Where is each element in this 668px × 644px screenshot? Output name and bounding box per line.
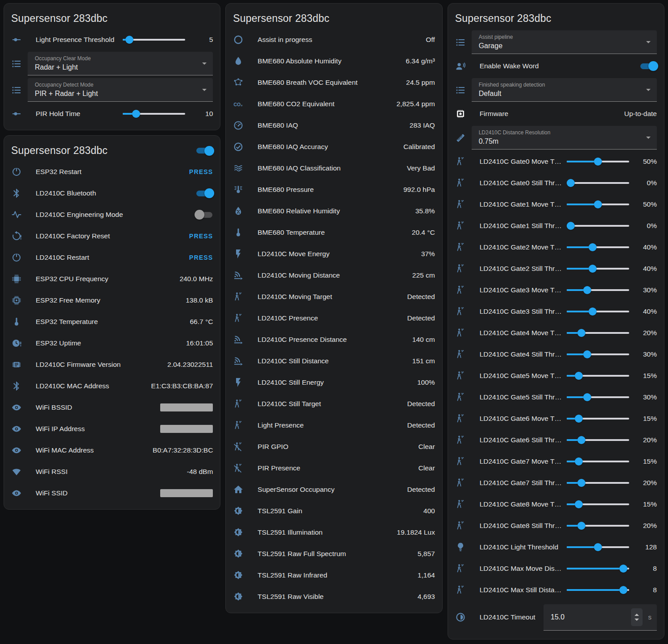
- chevron-down-icon[interactable]: [635, 619, 639, 621]
- device-card: Supersensor 283dbcAssist in progressOffB…: [225, 3, 442, 613]
- slider-thumb[interactable]: [594, 158, 602, 166]
- entity-row-select: Finished speaking detectionDefault: [448, 77, 664, 103]
- slider-thumb[interactable]: [132, 110, 140, 118]
- motion-sensor-icon: [233, 420, 244, 431]
- slider[interactable]: [567, 350, 629, 358]
- entity-value: 35.8%: [415, 207, 435, 215]
- slider-thumb[interactable]: [619, 565, 627, 573]
- device-card: Supersensor 283dbcAssist pipelineGarageE…: [448, 3, 664, 640]
- slider-value: 15%: [635, 457, 657, 465]
- slider-thumb[interactable]: [567, 179, 575, 187]
- slider-thumb[interactable]: [577, 522, 585, 530]
- entity-value: 992.0 hPa: [403, 186, 435, 194]
- entity-value: 138.0 kB: [186, 296, 213, 304]
- press-button[interactable]: PRESS: [189, 233, 213, 240]
- entity-row-sensor: TSL2591 Illumination19.1824 Lux: [226, 522, 442, 543]
- toggle-switch[interactable]: [640, 62, 657, 71]
- slider-thumb[interactable]: [575, 500, 583, 508]
- select-field[interactable]: Finished speaking detectionDefault: [472, 78, 657, 102]
- slider[interactable]: [567, 586, 629, 594]
- entity-label: ESP32 Temperature: [36, 318, 184, 326]
- brightness-icon: [233, 506, 244, 516]
- slider-thumb[interactable]: [619, 586, 627, 594]
- entity-row-slider: Light Presence Threshold5: [4, 29, 220, 50]
- slider-thumb[interactable]: [589, 265, 597, 273]
- slider[interactable]: [567, 200, 629, 208]
- slider[interactable]: [567, 286, 629, 294]
- slider-value: 50%: [635, 158, 657, 166]
- entity-row-sensor: LD2410C Moving TargetDetected: [226, 286, 442, 307]
- entity-row-slider: LD2410C Light Threshold128: [448, 536, 664, 558]
- slider-thumb[interactable]: [575, 415, 583, 423]
- slider-thumb[interactable]: [594, 543, 602, 551]
- entity-label: LD2410C Still Target: [257, 400, 402, 408]
- slider-thumb[interactable]: [577, 479, 585, 487]
- slider[interactable]: [123, 110, 185, 118]
- slider[interactable]: [567, 522, 629, 530]
- select-field[interactable]: Occupancy Detect ModePIR + Radar + Light: [28, 78, 213, 102]
- chevron-up-icon[interactable]: [635, 614, 639, 616]
- entity-value: 140 cm: [412, 336, 435, 344]
- slider[interactable]: [123, 36, 185, 44]
- slider[interactable]: [567, 372, 629, 380]
- slider[interactable]: [567, 179, 629, 187]
- slider[interactable]: [567, 415, 629, 423]
- entity-value: 2,825.4 ppm: [396, 100, 435, 108]
- entity-label: ESP32 Free Memory: [36, 296, 180, 304]
- slider-thumb[interactable]: [575, 457, 583, 465]
- press-button[interactable]: PRESS: [189, 254, 213, 261]
- slider-thumb[interactable]: [583, 350, 591, 358]
- select-field[interactable]: Occupancy Clear ModeRadar + Light: [28, 52, 213, 75]
- card-header: Supersensor 283dbc: [448, 4, 664, 29]
- slider[interactable]: [567, 158, 629, 166]
- stepper[interactable]: [631, 608, 643, 626]
- slider[interactable]: [567, 565, 629, 573]
- number-field[interactable]: 15.0s: [544, 604, 657, 631]
- bluetooth-icon: [11, 188, 22, 199]
- entity-label: Firmware: [480, 110, 619, 118]
- slider-value: 40%: [635, 307, 657, 316]
- toggle-switch[interactable]: [196, 189, 213, 198]
- entity-label: LD2410C Gate4 Move Thr…: [480, 329, 563, 337]
- entity-row-slider: LD2410C Gate8 Move Thr…15%: [448, 494, 664, 515]
- slider-track: [567, 182, 629, 184]
- slider[interactable]: [567, 307, 629, 316]
- toggle-switch[interactable]: [196, 210, 213, 219]
- slider-thumb[interactable]: [583, 393, 591, 401]
- slider[interactable]: [567, 436, 629, 444]
- card-header: Supersensor 283dbc: [4, 136, 220, 161]
- slider[interactable]: [567, 329, 629, 337]
- slider-thumb[interactable]: [589, 307, 597, 316]
- ray-slider-icon: [11, 108, 22, 119]
- slider-thumb[interactable]: [575, 372, 583, 380]
- select-label: LD2410C Distance Resolution: [479, 129, 639, 136]
- press-button[interactable]: PRESS: [189, 168, 213, 175]
- slider-thumb[interactable]: [589, 243, 597, 251]
- slider[interactable]: [567, 500, 629, 508]
- slider-thumb[interactable]: [583, 286, 591, 294]
- entity-value: Detected: [407, 486, 435, 494]
- select-field[interactable]: Assist pipelineGarage: [472, 30, 657, 54]
- slider-thumb[interactable]: [594, 200, 602, 208]
- number-input[interactable]: 15.0: [551, 613, 631, 621]
- slider[interactable]: [567, 222, 629, 230]
- slider-thumb[interactable]: [125, 36, 133, 44]
- card-title: Supersensor 283dbc: [11, 145, 191, 157]
- slider[interactable]: [567, 393, 629, 401]
- entity-row-sensor: PIR PresenceClear: [226, 457, 442, 479]
- slider[interactable]: [567, 243, 629, 251]
- slider-thumb[interactable]: [577, 329, 585, 337]
- card-power-toggle[interactable]: [196, 146, 213, 155]
- eye-icon: [11, 424, 22, 434]
- entity-label: LD2410C Moving Target: [257, 293, 402, 301]
- select-field[interactable]: LD2410C Distance Resolution0.75m: [472, 126, 657, 150]
- slider-thumb[interactable]: [567, 222, 575, 230]
- slider-thumb[interactable]: [577, 436, 585, 444]
- slider-fill: [567, 546, 598, 548]
- slider[interactable]: [567, 457, 629, 465]
- entity-label: Light Presence: [257, 421, 402, 429]
- slider[interactable]: [567, 479, 629, 487]
- slider[interactable]: [567, 543, 629, 551]
- slider[interactable]: [567, 265, 629, 273]
- entity-row-slider: LD2410C Gate0 Move Thr…50%: [448, 151, 664, 172]
